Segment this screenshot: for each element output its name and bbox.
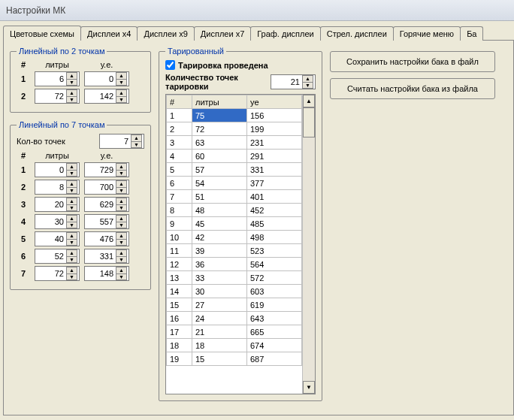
cell-idx[interactable]: 3: [167, 136, 192, 150]
linear7-u-input[interactable]: [85, 215, 115, 228]
spin-up-icon[interactable]: ▲: [116, 180, 127, 187]
linear7-count-spinner[interactable]: ▲ ▼: [99, 134, 144, 149]
tared-qty-input[interactable]: [271, 75, 301, 89]
linear7-l-spinner[interactable]: ▲▼: [35, 214, 80, 229]
linear2-u-spinner[interactable]: ▲▼: [84, 89, 129, 104]
cell-ue[interactable]: 377: [247, 177, 302, 190]
spin-up-icon[interactable]: ▲: [116, 89, 127, 96]
cell-idx[interactable]: 18: [167, 339, 192, 352]
spin-up-icon[interactable]: ▲: [66, 89, 77, 96]
tab-2[interactable]: Дисплеи х9: [137, 26, 194, 41]
cell-ue[interactable]: 452: [247, 204, 302, 217]
spin-up-icon[interactable]: ▲: [116, 232, 127, 239]
linear7-u-input[interactable]: [85, 232, 115, 246]
cell-ue[interactable]: 231: [247, 136, 302, 150]
spin-down-icon[interactable]: ▼: [116, 222, 127, 229]
cell-litres[interactable]: 54: [192, 177, 247, 190]
spin-down-icon[interactable]: ▼: [116, 256, 127, 264]
linear2-l-input[interactable]: [35, 89, 65, 103]
spin-up-icon[interactable]: ▲: [66, 249, 77, 256]
spin-up-icon[interactable]: ▲: [116, 249, 127, 256]
table-row[interactable]: 1624643: [167, 312, 302, 325]
cell-ue[interactable]: 572: [247, 271, 302, 285]
cell-litres[interactable]: 33: [192, 271, 247, 285]
tab-3[interactable]: Дисплеи х7: [194, 26, 251, 41]
linear7-l-spinner[interactable]: ▲▼: [35, 197, 80, 212]
tab-5[interactable]: Стрел. дисплеи: [320, 26, 394, 41]
cell-ue[interactable]: 156: [247, 109, 302, 122]
spin-up-icon[interactable]: ▲: [66, 215, 77, 222]
cell-idx[interactable]: 10: [167, 231, 192, 244]
spin-down-icon[interactable]: ▼: [116, 187, 127, 195]
linear7-u-spinner[interactable]: ▲▼: [84, 249, 129, 264]
cell-ue[interactable]: 564: [247, 258, 302, 271]
cell-ue[interactable]: 643: [247, 312, 302, 325]
table-row[interactable]: 1818674: [167, 339, 302, 352]
cell-idx[interactable]: 8: [167, 204, 192, 217]
cell-ue[interactable]: 523: [247, 244, 302, 258]
spin-down-icon[interactable]: ▼: [66, 256, 77, 264]
linear7-u-spinner[interactable]: ▲▼: [84, 197, 129, 212]
spin-down-icon[interactable]: ▼: [302, 82, 313, 89]
spin-down-icon[interactable]: ▼: [66, 96, 77, 104]
spin-up-icon[interactable]: ▲: [116, 72, 127, 79]
table-row[interactable]: 654377: [167, 177, 302, 190]
cell-idx[interactable]: 7: [167, 190, 192, 204]
cell-litres[interactable]: 15: [192, 352, 247, 366]
table-row[interactable]: 848452: [167, 204, 302, 217]
linear2-u-input[interactable]: [85, 72, 115, 86]
spin-down-icon[interactable]: ▼: [66, 204, 77, 212]
cell-litres[interactable]: 27: [192, 298, 247, 312]
linear7-l-spinner[interactable]: ▲▼: [35, 180, 80, 195]
cell-ue[interactable]: 687: [247, 352, 302, 366]
tared-scrollbar[interactable]: ▲ ▼: [302, 95, 315, 394]
cell-litres[interactable]: 36: [192, 258, 247, 271]
spin-down-icon[interactable]: ▼: [116, 79, 127, 86]
cell-litres[interactable]: 60: [192, 150, 247, 163]
linear2-u-input[interactable]: [85, 89, 115, 103]
table-row[interactable]: 1430603: [167, 285, 302, 298]
linear2-l-input[interactable]: [35, 72, 65, 86]
linear7-u-spinner[interactable]: ▲▼: [84, 180, 129, 195]
cell-ue[interactable]: 291: [247, 150, 302, 163]
spin-down-icon[interactable]: ▼: [66, 79, 77, 86]
spin-up-icon[interactable]: ▲: [116, 163, 127, 170]
cell-litres[interactable]: 48: [192, 204, 247, 217]
cell-idx[interactable]: 17: [167, 325, 192, 339]
cell-litres[interactable]: 39: [192, 244, 247, 258]
linear7-l-spinner[interactable]: ▲▼: [35, 231, 80, 246]
cell-idx[interactable]: 15: [167, 298, 192, 312]
linear2-l-spinner[interactable]: ▲▼: [35, 71, 80, 86]
linear7-u-spinner[interactable]: ▲▼: [84, 266, 129, 281]
spin-up-icon[interactable]: ▲: [66, 232, 77, 239]
table-row[interactable]: 460291: [167, 150, 302, 163]
cell-idx[interactable]: 16: [167, 312, 192, 325]
cell-ue[interactable]: 674: [247, 339, 302, 352]
cell-litres[interactable]: 57: [192, 163, 247, 177]
cell-litres[interactable]: 75: [192, 109, 247, 122]
cell-idx[interactable]: 12: [167, 258, 192, 271]
linear7-u-spinner[interactable]: ▲▼: [84, 162, 129, 177]
spin-up-icon[interactable]: ▲: [66, 267, 77, 273]
spin-down-icon[interactable]: ▼: [66, 222, 77, 229]
linear7-l-input[interactable]: [35, 180, 65, 194]
spin-down-icon[interactable]: ▼: [66, 187, 77, 195]
cell-ue[interactable]: 603: [247, 285, 302, 298]
spin-down-icon[interactable]: ▼: [116, 170, 127, 177]
cell-ue[interactable]: 199: [247, 122, 302, 136]
cell-ue[interactable]: 498: [247, 231, 302, 244]
cell-idx[interactable]: 1: [167, 109, 192, 122]
spin-down-icon[interactable]: ▼: [116, 239, 127, 246]
linear7-l-spinner[interactable]: ▲▼: [35, 162, 80, 177]
spin-up-icon[interactable]: ▲: [66, 72, 77, 79]
linear7-l-input[interactable]: [35, 249, 65, 263]
cell-idx[interactable]: 6: [167, 177, 192, 190]
cell-litres[interactable]: 30: [192, 285, 247, 298]
spin-down-icon[interactable]: ▼: [116, 204, 127, 212]
cell-idx[interactable]: 11: [167, 244, 192, 258]
tab-0[interactable]: Цветовые схемы: [3, 26, 81, 41]
cell-idx[interactable]: 19: [167, 352, 192, 366]
linear2-l-spinner[interactable]: ▲▼: [35, 89, 80, 104]
table-row[interactable]: 1915687: [167, 352, 302, 366]
cell-ue[interactable]: 665: [247, 325, 302, 339]
